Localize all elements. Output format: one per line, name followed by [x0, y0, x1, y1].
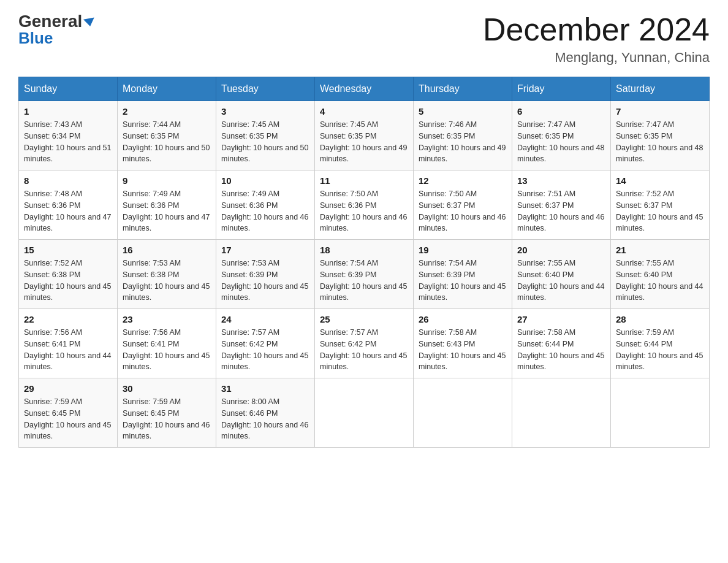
table-row: 24Sunrise: 7:57 AMSunset: 6:42 PMDayligh… — [216, 309, 315, 378]
day-info: Sunrise: 7:58 AMSunset: 6:44 PMDaylight:… — [517, 327, 605, 373]
day-number: 2 — [123, 106, 211, 117]
day-info: Sunrise: 7:59 AMSunset: 6:45 PMDaylight:… — [123, 396, 211, 442]
day-number: 12 — [419, 175, 507, 186]
day-info: Sunrise: 7:59 AMSunset: 6:44 PMDaylight:… — [616, 327, 704, 373]
day-info: Sunrise: 7:53 AMSunset: 6:39 PMDaylight:… — [221, 258, 309, 304]
day-number: 4 — [320, 106, 408, 117]
logo-general: General — [18, 12, 82, 31]
day-number: 25 — [320, 314, 408, 324]
col-sunday: Sunday — [19, 77, 118, 101]
day-info: Sunrise: 7:49 AMSunset: 6:36 PMDaylight:… — [123, 188, 211, 234]
calendar-table: Sunday Monday Tuesday Wednesday Thursday… — [18, 77, 710, 448]
table-row: 29Sunrise: 7:59 AMSunset: 6:45 PMDayligh… — [19, 378, 118, 448]
col-saturday: Saturday — [611, 77, 710, 101]
day-info: Sunrise: 7:44 AMSunset: 6:35 PMDaylight:… — [123, 119, 211, 165]
day-number: 15 — [24, 245, 112, 255]
day-number: 8 — [24, 175, 112, 186]
table-row: 3Sunrise: 7:45 AMSunset: 6:35 PMDaylight… — [216, 101, 315, 170]
day-number: 21 — [616, 245, 704, 255]
day-number: 10 — [221, 175, 309, 186]
table-row: 1Sunrise: 7:43 AMSunset: 6:34 PMDaylight… — [19, 101, 118, 170]
table-row — [315, 378, 414, 448]
day-info: Sunrise: 7:45 AMSunset: 6:35 PMDaylight:… — [221, 119, 309, 165]
day-number: 17 — [221, 245, 309, 255]
day-number: 11 — [320, 175, 408, 186]
day-info: Sunrise: 7:56 AMSunset: 6:41 PMDaylight:… — [24, 327, 112, 373]
table-row: 15Sunrise: 7:52 AMSunset: 6:38 PMDayligh… — [19, 240, 118, 309]
day-info: Sunrise: 7:45 AMSunset: 6:35 PMDaylight:… — [320, 119, 408, 165]
day-number: 1 — [24, 106, 112, 117]
day-number: 13 — [517, 175, 605, 186]
calendar-week-row: 22Sunrise: 7:56 AMSunset: 6:41 PMDayligh… — [19, 309, 710, 378]
day-number: 23 — [123, 314, 211, 324]
table-row: 27Sunrise: 7:58 AMSunset: 6:44 PMDayligh… — [512, 309, 611, 378]
table-row: 22Sunrise: 7:56 AMSunset: 6:41 PMDayligh… — [19, 309, 118, 378]
day-number: 29 — [24, 383, 112, 394]
day-info: Sunrise: 7:57 AMSunset: 6:42 PMDaylight:… — [320, 327, 408, 373]
day-info: Sunrise: 7:52 AMSunset: 6:38 PMDaylight:… — [24, 258, 112, 304]
day-info: Sunrise: 7:57 AMSunset: 6:42 PMDaylight:… — [221, 327, 309, 373]
table-row: 6Sunrise: 7:47 AMSunset: 6:35 PMDaylight… — [512, 101, 611, 170]
day-number: 9 — [123, 175, 211, 186]
calendar-week-row: 1Sunrise: 7:43 AMSunset: 6:34 PMDaylight… — [19, 101, 710, 170]
day-number: 18 — [320, 245, 408, 255]
day-info: Sunrise: 7:47 AMSunset: 6:35 PMDaylight:… — [517, 119, 605, 165]
logo-arrow-icon — [83, 18, 96, 28]
logo-blue: Blue — [18, 29, 53, 48]
table-row: 2Sunrise: 7:44 AMSunset: 6:35 PMDaylight… — [118, 101, 216, 170]
day-info: Sunrise: 7:53 AMSunset: 6:38 PMDaylight:… — [123, 258, 211, 304]
day-number: 7 — [616, 106, 704, 117]
day-info: Sunrise: 7:50 AMSunset: 6:37 PMDaylight:… — [419, 188, 507, 234]
day-number: 30 — [123, 383, 211, 394]
logo: General Blue — [18, 12, 95, 48]
day-info: Sunrise: 7:52 AMSunset: 6:37 PMDaylight:… — [616, 188, 704, 234]
table-row: 12Sunrise: 7:50 AMSunset: 6:37 PMDayligh… — [414, 170, 512, 240]
table-row: 19Sunrise: 7:54 AMSunset: 6:39 PMDayligh… — [414, 240, 512, 309]
day-number: 3 — [221, 106, 309, 117]
col-wednesday: Wednesday — [315, 77, 414, 101]
day-number: 6 — [517, 106, 605, 117]
day-number: 16 — [123, 245, 211, 255]
calendar-week-row: 15Sunrise: 7:52 AMSunset: 6:38 PMDayligh… — [19, 240, 710, 309]
day-info: Sunrise: 7:46 AMSunset: 6:35 PMDaylight:… — [419, 119, 507, 165]
day-info: Sunrise: 7:54 AMSunset: 6:39 PMDaylight:… — [320, 258, 408, 304]
day-info: Sunrise: 7:56 AMSunset: 6:41 PMDaylight:… — [123, 327, 211, 373]
day-info: Sunrise: 7:47 AMSunset: 6:35 PMDaylight:… — [616, 119, 704, 165]
table-row: 20Sunrise: 7:55 AMSunset: 6:40 PMDayligh… — [512, 240, 611, 309]
table-row: 26Sunrise: 7:58 AMSunset: 6:43 PMDayligh… — [414, 309, 512, 378]
table-row: 25Sunrise: 7:57 AMSunset: 6:42 PMDayligh… — [315, 309, 414, 378]
day-info: Sunrise: 7:49 AMSunset: 6:36 PMDaylight:… — [221, 188, 309, 234]
day-info: Sunrise: 7:50 AMSunset: 6:36 PMDaylight:… — [320, 188, 408, 234]
day-info: Sunrise: 8:00 AMSunset: 6:46 PMDaylight:… — [221, 396, 309, 442]
calendar-week-row: 29Sunrise: 7:59 AMSunset: 6:45 PMDayligh… — [19, 378, 710, 448]
table-row: 21Sunrise: 7:55 AMSunset: 6:40 PMDayligh… — [611, 240, 710, 309]
table-row: 7Sunrise: 7:47 AMSunset: 6:35 PMDaylight… — [611, 101, 710, 170]
day-number: 14 — [616, 175, 704, 186]
table-row: 28Sunrise: 7:59 AMSunset: 6:44 PMDayligh… — [611, 309, 710, 378]
table-row: 4Sunrise: 7:45 AMSunset: 6:35 PMDaylight… — [315, 101, 414, 170]
day-number: 26 — [419, 314, 507, 324]
col-thursday: Thursday — [414, 77, 512, 101]
table-row: 8Sunrise: 7:48 AMSunset: 6:36 PMDaylight… — [19, 170, 118, 240]
table-row: 17Sunrise: 7:53 AMSunset: 6:39 PMDayligh… — [216, 240, 315, 309]
calendar-header-row: Sunday Monday Tuesday Wednesday Thursday… — [19, 77, 710, 101]
col-tuesday: Tuesday — [216, 77, 315, 101]
table-row: 14Sunrise: 7:52 AMSunset: 6:37 PMDayligh… — [611, 170, 710, 240]
day-number: 22 — [24, 314, 112, 324]
day-number: 27 — [517, 314, 605, 324]
calendar-week-row: 8Sunrise: 7:48 AMSunset: 6:36 PMDaylight… — [19, 170, 710, 240]
table-row — [611, 378, 710, 448]
day-number: 20 — [517, 245, 605, 255]
col-monday: Monday — [118, 77, 216, 101]
table-row: 5Sunrise: 7:46 AMSunset: 6:35 PMDaylight… — [414, 101, 512, 170]
table-row: 10Sunrise: 7:49 AMSunset: 6:36 PMDayligh… — [216, 170, 315, 240]
day-info: Sunrise: 7:51 AMSunset: 6:37 PMDaylight:… — [517, 188, 605, 234]
table-row: 9Sunrise: 7:49 AMSunset: 6:36 PMDaylight… — [118, 170, 216, 240]
day-number: 19 — [419, 245, 507, 255]
day-info: Sunrise: 7:55 AMSunset: 6:40 PMDaylight:… — [517, 258, 605, 304]
day-info: Sunrise: 7:59 AMSunset: 6:45 PMDaylight:… — [24, 396, 112, 442]
table-row: 23Sunrise: 7:56 AMSunset: 6:41 PMDayligh… — [118, 309, 216, 378]
location-title: Menglang, Yunnan, China — [483, 50, 710, 66]
day-number: 5 — [419, 106, 507, 117]
table-row: 30Sunrise: 7:59 AMSunset: 6:45 PMDayligh… — [118, 378, 216, 448]
